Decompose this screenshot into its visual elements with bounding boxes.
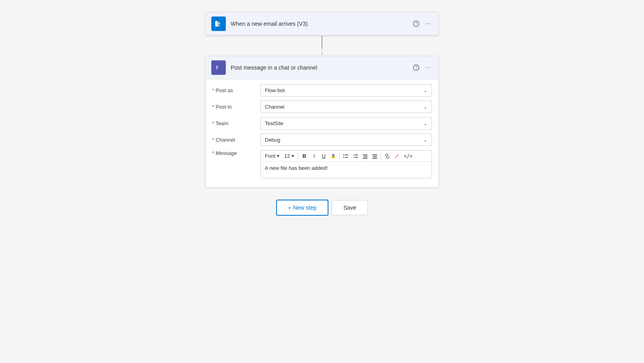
- connector-arrow: ↓: [320, 49, 324, 56]
- svg-rect-19: [363, 158, 367, 159]
- font-dropdown-icon: ▼: [276, 154, 280, 158]
- svg-rect-16: [355, 157, 358, 158]
- font-select-button[interactable]: Font ▼: [263, 152, 282, 160]
- team-chevron-icon: ⌄: [423, 121, 427, 126]
- canvas: M When a new email arrives (V3) ? ··· ↓: [0, 12, 644, 216]
- font-label: Font: [265, 153, 275, 159]
- italic-button[interactable]: I: [310, 152, 318, 160]
- message-editor: Font ▼ 12 ▼ B I: [260, 150, 432, 178]
- trigger-help-button[interactable]: ?: [411, 20, 421, 28]
- svg-rect-20: [372, 155, 377, 155]
- svg-line-23: [395, 154, 399, 158]
- post-in-select[interactable]: Channel ⌄: [260, 101, 432, 113]
- trigger-card: M When a new email arrives (V3) ? ···: [205, 12, 439, 36]
- teams-icon: T: [211, 60, 226, 75]
- action-card-actions: ? ···: [411, 63, 433, 72]
- channel-chevron-icon: ⌄: [423, 137, 427, 143]
- toolbar-separator-2: [339, 153, 340, 159]
- code-button[interactable]: </>: [402, 153, 414, 160]
- post-in-row: Post in Channel ⌄: [212, 101, 432, 113]
- action-card: T Post message in a chat or channel ? ··…: [205, 56, 439, 188]
- svg-text:?: ?: [415, 22, 417, 26]
- team-label: Team: [212, 120, 260, 126]
- bullet-list-button[interactable]: [341, 153, 350, 160]
- action-help-button[interactable]: ?: [411, 64, 421, 72]
- toolbar-separator-3: [381, 153, 381, 159]
- message-row: Message Font ▼ 12 ▼ B: [212, 150, 432, 178]
- channel-select[interactable]: Debug ⌄: [260, 134, 432, 146]
- svg-rect-18: [364, 156, 367, 157]
- channel-label: Channel: [212, 137, 260, 143]
- action-card-title: Post message in a chat or channel: [231, 64, 411, 71]
- svg-rect-12: [345, 157, 348, 158]
- channel-row: Channel Debug ⌄: [212, 134, 432, 146]
- action-card-header: T Post message in a chat or channel ? ··…: [206, 56, 438, 79]
- new-step-button[interactable]: + New step: [276, 200, 328, 216]
- svg-text:?: ?: [415, 66, 417, 70]
- save-button[interactable]: Save: [332, 200, 368, 215]
- unlink-button[interactable]: [392, 153, 401, 160]
- svg-rect-22: [372, 158, 377, 159]
- post-in-chevron-icon: ⌄: [423, 104, 427, 110]
- post-as-select[interactable]: Flow bot ⌄: [260, 84, 432, 97]
- message-text: A new file has been added!: [265, 165, 328, 171]
- outlook-icon: M: [211, 16, 226, 31]
- indent-left-button[interactable]: [361, 153, 369, 160]
- svg-text:T: T: [216, 65, 219, 70]
- post-in-label: Post in: [212, 104, 260, 110]
- svg-point-11: [343, 157, 345, 158]
- post-as-label: Post as: [212, 87, 260, 93]
- svg-rect-14: [355, 155, 358, 155]
- trigger-card-header: M When a new email arrives (V3) ? ···: [206, 12, 438, 35]
- trigger-card-title: When a new email arrives (V3): [231, 21, 411, 27]
- font-size-button[interactable]: 12 ▼: [283, 152, 296, 160]
- post-as-row: Post as Flow bot ⌄: [212, 84, 432, 97]
- team-value: TestSite: [265, 120, 283, 126]
- svg-text:M: M: [218, 22, 220, 25]
- action-card-body: Post as Flow bot ⌄ Post in Channel ⌄ Tea…: [206, 79, 438, 187]
- trigger-more-button[interactable]: ···: [424, 19, 433, 28]
- underline-button[interactable]: U: [319, 152, 328, 160]
- channel-value: Debug: [265, 137, 280, 143]
- indent-right-button[interactable]: [370, 153, 379, 160]
- action-more-button[interactable]: ···: [424, 63, 433, 72]
- number-list-button[interactable]: 1.2.: [351, 153, 360, 160]
- post-as-chevron-icon: ⌄: [423, 88, 427, 93]
- post-as-value: Flow bot: [265, 87, 285, 93]
- connector-line: [322, 36, 322, 49]
- font-size-dropdown-icon: ▼: [291, 154, 295, 158]
- message-content[interactable]: A new file has been added!: [261, 162, 431, 178]
- editor-toolbar: Font ▼ 12 ▼ B I: [261, 151, 431, 162]
- message-label: Message: [212, 150, 260, 156]
- svg-rect-17: [363, 155, 367, 155]
- link-button[interactable]: [383, 153, 392, 160]
- trigger-card-actions: ? ···: [411, 19, 433, 28]
- toolbar-separator-1: [298, 153, 298, 159]
- svg-rect-10: [345, 155, 348, 155]
- bold-button[interactable]: B: [300, 152, 309, 160]
- svg-text:2.: 2.: [353, 156, 355, 159]
- svg-point-9: [343, 154, 345, 155]
- highlight-button[interactable]: [329, 153, 338, 160]
- svg-rect-21: [373, 156, 377, 157]
- bottom-buttons: + New step Save: [276, 200, 368, 216]
- post-in-value: Channel: [265, 104, 284, 110]
- font-size-value: 12: [284, 153, 290, 159]
- connector: ↓: [320, 36, 324, 56]
- team-row: Team TestSite ⌄: [212, 117, 432, 130]
- team-select[interactable]: TestSite ⌄: [260, 117, 432, 130]
